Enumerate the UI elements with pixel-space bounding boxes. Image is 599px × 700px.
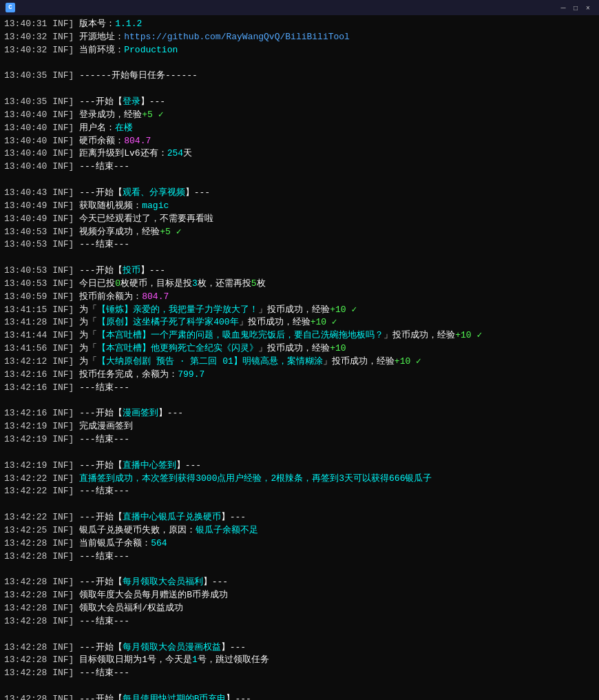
log-text: 0 xyxy=(115,278,120,291)
console-line: 13:42:19 INF] 完成漫画签到 xyxy=(4,420,595,433)
log-text: 当前环境： xyxy=(79,44,124,57)
log-text: ---开始【 xyxy=(79,460,122,473)
log-level: INF] xyxy=(52,524,79,537)
console-line xyxy=(4,174,595,187)
console-line: 13:41:28 INF] 为「【原创】这坐橘子死了科学家400年」投币成功，经… xyxy=(4,316,595,329)
title-bar: C ─ □ × xyxy=(0,0,599,15)
timestamp: 13:42:22 xyxy=(4,473,52,486)
log-text: 】--- xyxy=(221,511,246,524)
timestamp: 13:42:16 xyxy=(4,382,52,395)
log-text: 804.7 xyxy=(142,291,169,304)
log-text: 」投币成功，经验 xyxy=(258,342,330,356)
log-text: 当前银瓜子余额： xyxy=(79,537,151,550)
log-level: INF] xyxy=(52,615,79,628)
timestamp: 13:41:56 xyxy=(4,342,52,356)
timestamp: 13:41:28 xyxy=(4,316,52,329)
console-line: 13:40:40 INF] 距离升级到Lv6还有：254天 xyxy=(4,147,595,161)
log-text: ---开始【 xyxy=(79,511,122,524)
log-text: 【本宫吐槽】他更狗死亡全纪实《闪灵》 xyxy=(97,342,258,356)
timestamp: 13:42:28 xyxy=(4,641,52,655)
log-text: 【本宫吐槽】一个严肃的问题，吸血鬼吃完饭后，要自己洗碗拖地板吗？ xyxy=(97,329,383,342)
console-line: 13:40:53 INF] 视频分享成功，经验+5 ✓ xyxy=(4,226,595,239)
log-level: INF] xyxy=(52,576,79,589)
timestamp: 13:40:49 xyxy=(4,213,52,226)
timestamp: 13:42:22 xyxy=(4,485,52,498)
timestamp: 13:40:40 xyxy=(4,135,52,148)
log-level: INF] xyxy=(52,96,79,109)
log-text: 领取年度大会员每月赠送的B币券成功 xyxy=(79,589,228,602)
console-line: 13:41:44 INF] 为「【本宫吐槽】一个严肃的问题，吸血鬼吃完饭后，要自… xyxy=(4,329,595,342)
log-text: 每月领取大会员漫画权益 xyxy=(123,641,221,655)
timestamp: 13:42:19 xyxy=(4,460,52,473)
console-line xyxy=(4,251,595,265)
console-line: 13:40:40 INF] 硬币余额：804.7 xyxy=(4,135,595,148)
log-text: ---结束--- xyxy=(79,433,129,446)
log-text: 距离升级到Lv6还有： xyxy=(79,147,167,161)
log-text: 直播中心银瓜子兑换硬币 xyxy=(123,511,221,524)
log-text: 【锤炼】亲爱的，我把量子力学放大了！ xyxy=(97,304,258,317)
log-text: ---结束--- xyxy=(79,667,129,680)
timestamp: 13:42:16 xyxy=(4,407,52,420)
console-line: 13:40:53 INF] ---结束--- xyxy=(4,238,595,251)
log-level: INF] xyxy=(52,147,79,161)
log-text: +5 xyxy=(142,109,153,122)
timestamp: 13:40:40 xyxy=(4,122,52,135)
log-text: 」投币成功，经验 xyxy=(323,356,395,369)
log-text: 银瓜子兑换硬币失败，原因： xyxy=(79,524,196,537)
title-bar-controls[interactable]: ─ □ × xyxy=(558,2,593,13)
timestamp: 13:42:28 xyxy=(4,589,52,602)
log-text: 直播中心签到 xyxy=(123,460,176,473)
log-text: 在楼 xyxy=(115,122,133,135)
log-text: ✓ xyxy=(326,316,337,329)
log-text: ✓ xyxy=(410,356,421,369)
log-text: ---开始【 xyxy=(79,407,122,420)
log-level: INF] xyxy=(52,238,79,251)
log-text: +10 xyxy=(455,329,471,342)
console-line: 13:40:53 INF] ---开始【投币】--- xyxy=(4,265,595,278)
log-text: 为「 xyxy=(79,304,97,317)
log-text: 」投币成功，经验 xyxy=(258,304,330,317)
log-text: 获取随机视频： xyxy=(79,200,142,213)
log-level: INF] xyxy=(52,291,79,304)
log-level: INF] xyxy=(52,109,79,122)
log-text: 登录 xyxy=(123,96,140,109)
log-level: INF] xyxy=(52,316,79,329)
close-button[interactable]: × xyxy=(582,2,593,13)
log-text: ✓ xyxy=(153,109,164,122)
console-line: 13:40:31 INF] 版本号：1.1.2 xyxy=(4,18,595,31)
log-level: INF] xyxy=(52,602,79,615)
console-line: 13:42:28 INF] ---开始【每月使用快过期的B币充电】--- xyxy=(4,693,595,700)
console-line xyxy=(4,498,595,511)
log-level: INF] xyxy=(52,369,79,382)
log-level: INF] xyxy=(52,304,79,317)
timestamp: 13:40:53 xyxy=(4,265,52,278)
log-level: INF] xyxy=(52,161,79,174)
console-line: 13:40:49 INF] 获取随机视频：magic xyxy=(4,200,595,213)
console-line: 13:42:28 INF] 目标领取日期为1号，今天是1号，跳过领取任务 xyxy=(4,654,595,667)
timestamp: 13:42:28 xyxy=(4,693,52,700)
log-text: 为「 xyxy=(79,356,97,369)
timestamp: 13:42:28 xyxy=(4,576,52,589)
log-text: ---结束--- xyxy=(79,238,129,251)
console-line: 13:42:22 INF] ---开始【直播中心银瓜子兑换硬币】--- xyxy=(4,511,595,524)
minimize-button[interactable]: ─ xyxy=(558,2,569,13)
log-text: https://github.com/RayWangQvQ/BiliBiliTo… xyxy=(124,31,350,44)
log-text: ✓ xyxy=(472,329,483,342)
log-level: INF] xyxy=(52,18,79,31)
log-text: 投币前余额为： xyxy=(79,291,142,304)
timestamp: 13:40:35 xyxy=(4,96,52,109)
log-text: 漫画签到 xyxy=(123,407,158,420)
log-text: 目标领取日期为1号，今天是 xyxy=(79,654,192,667)
console-line: 13:42:28 INF] 当前银瓜子余额：564 xyxy=(4,537,595,550)
log-text: 】--- xyxy=(203,576,228,589)
log-text: 视频分享成功，经验 xyxy=(79,226,160,239)
console-line xyxy=(4,83,595,96)
log-text: 开源地址： xyxy=(79,31,124,44)
log-text: 枚，还需再投 xyxy=(198,278,251,291)
console-line: 13:40:59 INF] 投币前余额为：804.7 xyxy=(4,291,595,304)
log-text: ---结束--- xyxy=(79,161,129,174)
maximize-button[interactable]: □ xyxy=(570,2,581,13)
timestamp: 13:40:49 xyxy=(4,200,52,213)
log-text: 枚硬币，目标是投 xyxy=(120,278,192,291)
log-level: INF] xyxy=(52,407,79,420)
